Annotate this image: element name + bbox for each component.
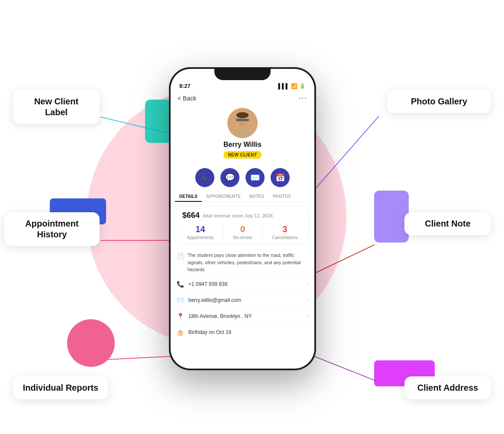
address-contact-icon: 📍: [177, 313, 184, 320]
birthday-icon: 🎂: [177, 329, 184, 336]
call-button[interactable]: 📞: [195, 168, 214, 187]
callout-client-note: Client Note: [404, 212, 491, 235]
birthday-row: 🎂 Birthday on Oct 16: [171, 324, 314, 340]
signal-icon: ▌▌▌: [278, 83, 289, 89]
address-contact-chevron: ›: [307, 313, 308, 319]
note-row: 📄 The student pays close attention to th…: [171, 248, 314, 276]
battery-icon: 🔋: [299, 83, 306, 89]
stat-appointments: 14 Appointments: [187, 224, 213, 240]
stat-noshows-number: 0: [240, 224, 245, 234]
callout-new-client-label-title: New ClientLabel: [34, 97, 78, 117]
tabs-row: DETAILS APPOINTMENTS NOTES PHOTOS: [171, 191, 314, 202]
background-blob-purple: [374, 191, 409, 243]
birthday-text: Birthday on Oct 16: [188, 329, 231, 335]
phone-contact-text: +1 0947 939 838: [188, 281, 227, 287]
stat-appointments-number: 14: [195, 224, 205, 234]
address-contact-left: 📍 18th Avenue, Brooklyn , NY: [177, 313, 252, 320]
stat-cancellations: 3 Cancellations: [272, 224, 298, 240]
email-contact-icon: ✉️: [177, 297, 184, 304]
stat-divider-2: [262, 226, 262, 239]
phone-contact-chevron: ›: [307, 281, 308, 287]
note-icon: 📄: [177, 253, 184, 259]
phone-contact-row[interactable]: 📞 +1 0947 939 838 ›: [171, 276, 314, 292]
tab-photos[interactable]: PHOTOS: [268, 191, 295, 201]
phone-contact-left: 📞 +1 0947 939 838: [177, 281, 227, 288]
stat-noshows-label: No-shows: [233, 235, 252, 240]
svg-point-13: [239, 122, 246, 126]
svg-point-7: [235, 128, 250, 138]
background-blob-pink2: [67, 319, 115, 367]
phone-contact-icon: 📞: [177, 281, 184, 288]
stats-row: 14 Appointments 0 No-shows 3 Cancellatio…: [182, 224, 303, 240]
wifi-icon: 📶: [291, 83, 297, 89]
stat-noshows: 0 No-shows: [233, 224, 252, 240]
callout-individual-reports: Individual Reports: [13, 376, 108, 399]
note-text: The student pays close attention to the …: [187, 252, 308, 273]
profile-section: Berry Willis NEW CLIENT: [171, 106, 314, 163]
phone-mockup: 8:27 ▌▌▌ 📶 🔋 < Back ···: [169, 67, 316, 370]
stats-card: $664 total revenue since July 12, 2024 1…: [176, 206, 309, 245]
address-contact-text: 18th Avenue, Brooklyn , NY: [188, 313, 252, 319]
stat-cancellations-label: Cancellations: [272, 235, 298, 240]
email-contact-row[interactable]: ✉️ berry.willis@gmail.com ›: [171, 292, 314, 308]
callout-new-client-label: New ClientLabel: [13, 90, 100, 124]
callout-appointment-history: Appointment History: [4, 212, 100, 246]
email-contact-left: ✉️ berry.willis@gmail.com: [177, 297, 241, 304]
more-button[interactable]: ···: [298, 94, 307, 103]
action-icons-row: 📞 💬 ✉️ 📅: [171, 163, 314, 191]
email-contact-text: berry.willis@gmail.com: [188, 297, 241, 303]
phone-notch: [214, 69, 271, 80]
address-contact-row[interactable]: 📍 18th Avenue, Brooklyn , NY ›: [171, 308, 314, 324]
svg-rect-12: [243, 119, 249, 121]
new-client-badge: NEW CLIENT: [223, 151, 261, 159]
revenue-row: $664 total revenue since July 12, 2024: [182, 211, 303, 220]
tab-notes[interactable]: NOTES: [245, 191, 268, 201]
message-button[interactable]: 💬: [220, 168, 239, 187]
callout-photo-gallery: Photo Gallery: [387, 90, 491, 113]
avatar: [227, 108, 258, 138]
email-contact-chevron: ›: [307, 297, 308, 303]
status-icons: ▌▌▌ 📶 🔋: [278, 83, 306, 89]
calendar-button[interactable]: 📅: [271, 168, 290, 187]
stat-appointments-label: Appointments: [187, 235, 213, 240]
app-header: < Back ···: [171, 92, 314, 106]
callout-client-address-title: Client Address: [417, 383, 478, 392]
svg-point-9: [236, 112, 249, 118]
profile-name: Berry Willis: [223, 141, 262, 149]
callout-appointment-history-title: Appointment History: [25, 219, 78, 239]
svg-rect-11: [236, 119, 242, 121]
callout-individual-reports-title: Individual Reports: [23, 383, 98, 392]
callout-client-note-title: Client Note: [425, 219, 471, 228]
status-time: 8:27: [179, 83, 191, 89]
stat-divider-1: [223, 226, 223, 239]
tab-details[interactable]: DETAILS: [175, 191, 202, 201]
email-button[interactable]: ✉️: [246, 168, 265, 187]
callout-client-address: Client Address: [404, 376, 491, 399]
revenue-label: total revenue since July 12, 2024: [203, 213, 273, 218]
svg-line-5: [309, 354, 377, 381]
tab-appointments[interactable]: APPOINTMENTS: [202, 191, 245, 201]
callout-photo-gallery-title: Photo Gallery: [411, 97, 467, 106]
stat-cancellations-number: 3: [282, 224, 287, 234]
back-button[interactable]: < Back: [178, 95, 196, 102]
revenue-amount: $664: [182, 211, 200, 220]
